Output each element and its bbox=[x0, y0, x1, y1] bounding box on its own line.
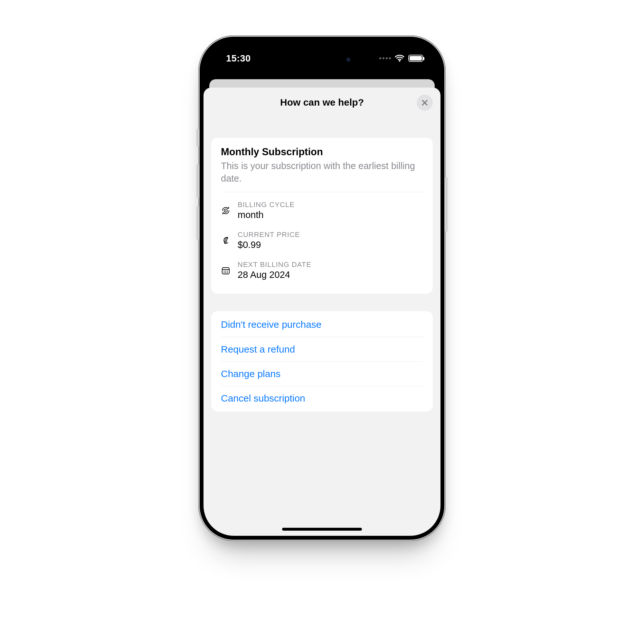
status-time: 15:30 bbox=[226, 53, 251, 64]
actions-list: Didn't receive purchase Request a refund… bbox=[211, 311, 433, 412]
row-current-price: ₡ CURRENT PRICE $0.99 bbox=[221, 225, 423, 255]
calendar-icon bbox=[221, 266, 231, 275]
divider bbox=[221, 192, 423, 192]
action-change-plans-label: Change plans bbox=[221, 368, 280, 379]
app-surface: How can we help? Monthly Subscription Th… bbox=[204, 41, 440, 536]
next-billing-label: NEXT BILLING DATE bbox=[238, 260, 311, 269]
action-change-plans[interactable]: Change plans bbox=[221, 361, 423, 386]
side-button-power bbox=[445, 177, 448, 232]
svg-point-9 bbox=[227, 272, 228, 273]
side-button-silence bbox=[196, 129, 199, 147]
price-icon: ₡ bbox=[221, 236, 231, 245]
row-billing-cycle: ¢ BILLING CYCLE month bbox=[221, 195, 423, 225]
subscription-subtitle: This is your subscription with the earli… bbox=[221, 160, 423, 185]
subscription-card: Monthly Subscription This is your subscr… bbox=[211, 138, 433, 294]
connectivity-dots-icon bbox=[379, 57, 391, 59]
sheet-header: How can we help? bbox=[204, 88, 440, 117]
battery-icon bbox=[408, 55, 423, 62]
current-price-value: $0.99 bbox=[238, 240, 300, 250]
svg-text:₡: ₡ bbox=[223, 236, 229, 245]
iphone-device-frame: 15:30 How can we help? Monthly Subsc bbox=[198, 35, 446, 541]
svg-point-7 bbox=[224, 272, 225, 273]
action-request-refund-label: Request a refund bbox=[221, 344, 295, 355]
next-billing-value: 28 Aug 2024 bbox=[238, 270, 311, 280]
row-next-billing: NEXT BILLING DATE 28 Aug 2024 bbox=[221, 255, 423, 285]
current-price-label: CURRENT PRICE bbox=[238, 231, 300, 239]
side-button-volume-down bbox=[196, 206, 199, 240]
close-icon bbox=[421, 99, 428, 106]
dynamic-island bbox=[285, 49, 359, 70]
action-didnt-receive-label: Didn't receive purchase bbox=[221, 319, 322, 330]
screen: 15:30 How can we help? Monthly Subsc bbox=[204, 41, 440, 536]
close-button[interactable] bbox=[417, 95, 433, 111]
sheet-content: Monthly Subscription This is your subscr… bbox=[204, 117, 440, 412]
home-indicator[interactable] bbox=[282, 528, 362, 531]
help-sheet: How can we help? Monthly Subscription Th… bbox=[204, 88, 440, 536]
side-button-volume-up bbox=[196, 164, 199, 198]
svg-point-6 bbox=[227, 270, 228, 271]
status-indicators bbox=[379, 55, 423, 62]
billing-cycle-label: BILLING CYCLE bbox=[238, 201, 295, 209]
svg-point-5 bbox=[225, 270, 226, 271]
wifi-icon bbox=[395, 55, 404, 62]
action-didnt-receive[interactable]: Didn't receive purchase bbox=[221, 312, 423, 337]
action-cancel-sub[interactable]: Cancel subscription bbox=[221, 386, 423, 410]
subscription-title: Monthly Subscription bbox=[221, 146, 423, 158]
sheet-title: How can we help? bbox=[280, 97, 364, 108]
front-camera-dot bbox=[347, 58, 350, 61]
billing-cycle-value: month bbox=[238, 210, 295, 220]
action-cancel-sub-label: Cancel subscription bbox=[221, 393, 305, 404]
svg-text:¢: ¢ bbox=[225, 210, 226, 212]
cycle-icon: ¢ bbox=[221, 206, 231, 215]
action-request-refund[interactable]: Request a refund bbox=[221, 337, 423, 361]
svg-point-8 bbox=[225, 272, 226, 273]
svg-point-4 bbox=[224, 270, 225, 271]
